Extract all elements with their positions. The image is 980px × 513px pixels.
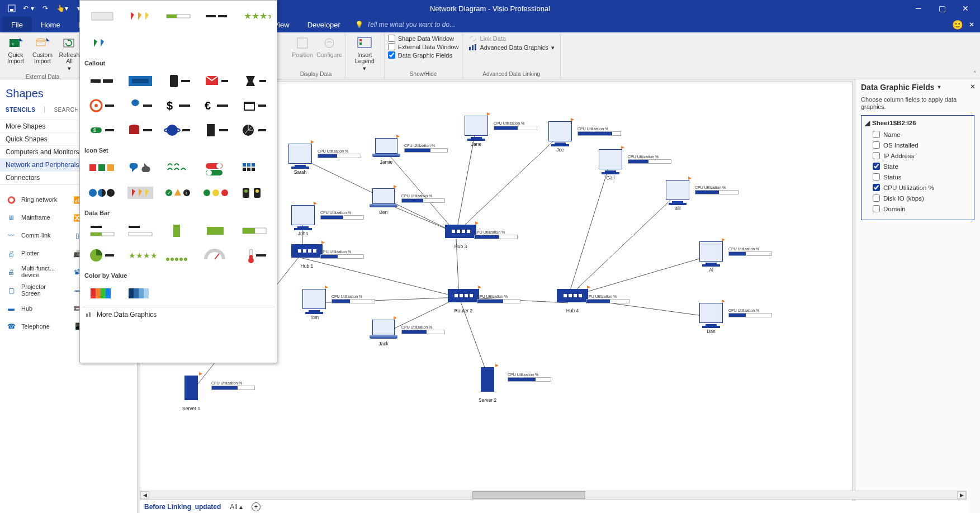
gallery-item[interactable] [235,93,273,118]
qat-undo[interactable]: ↶ ▾ [21,1,36,16]
gallery-item[interactable] [197,118,235,142]
insert-legend-button[interactable]: Insert Legend▾ [352,34,377,73]
gallery-item[interactable] [121,156,159,180]
node-jamie[interactable]: JamieCPU Utilization % [375,138,397,165]
node-ben[interactable]: BenCPU Utilization % [372,188,395,215]
stencil-ring-network[interactable]: ⭕Ring network [2,191,68,209]
gallery-item[interactable] [83,31,121,55]
node-hub-1[interactable]: Hub 1CPU Utilization % [291,244,323,269]
gallery-item[interactable] [121,180,159,205]
gallery-item[interactable] [121,218,159,243]
advanced-data-graphics-button[interactable]: Advanced Data Graphics▾ [466,43,557,52]
stencil-plotter[interactable]: 🖨Plotter [2,245,68,263]
field-cpu-utilization-[interactable]: CPU Utilization % [865,182,970,193]
gallery-item[interactable] [197,4,235,28]
link-data-button[interactable]: Link Data [466,34,508,43]
gallery-item[interactable] [121,118,159,142]
gallery-item[interactable] [83,156,121,180]
stencil-mainframe[interactable]: 🖥Mainframe [2,209,68,227]
custom-import-button[interactable]: Custom Import [30,34,55,65]
gallery-item[interactable] [121,281,159,306]
scroll-right[interactable]: ▶ [957,491,966,499]
scroll-left[interactable]: ◀ [140,491,149,499]
field-name[interactable]: Name [865,129,970,140]
node-tom[interactable]: TomCPU Utilization % [302,289,326,320]
stencil-telephone[interactable]: ☎Telephone [2,317,68,335]
gallery-item[interactable] [197,218,235,243]
add-page-button[interactable]: + [252,502,261,511]
configure-button[interactable]: Configure [317,34,342,59]
node-joe[interactable]: JoeCPU Utilization % [548,121,572,153]
node-server-2[interactable]: Server 2CPU Utilization % [479,367,496,403]
tab-file[interactable]: File [2,17,32,32]
gallery-item[interactable] [197,243,235,268]
gallery-item[interactable] [235,118,273,142]
gallery-item[interactable] [159,118,197,142]
stencils-tab[interactable]: STENCILS [6,107,35,113]
gallery-item[interactable] [235,156,273,180]
gallery-item[interactable] [83,218,121,243]
quick-import-button[interactable]: xQuick Import [3,34,28,65]
minimize-button[interactable]: ─ [907,0,930,17]
chk-shape-data-window[interactable]: Shape Data Window [388,34,454,42]
tab-home[interactable]: Home [32,17,69,32]
node-router-2[interactable]: Router 2CPU Utilization % [448,289,479,314]
node-dan[interactable]: DanCPU Utilization % [699,303,723,334]
scroll-track[interactable] [149,491,957,499]
tell-me-search[interactable]: 💡 Tell me what you want to do... [349,17,952,32]
stencil-comm-link[interactable]: 〰Comm-link [2,227,68,245]
node-jane[interactable]: JaneCPU Utilization % [465,116,488,147]
node-jack[interactable]: JackCPU Utilization % [372,320,395,346]
all-pages[interactable]: All ▴ [230,503,243,511]
pane-close[interactable]: ✕ [970,83,976,91]
maximize-button[interactable]: ▢ [931,0,953,17]
gallery-item[interactable] [159,156,197,180]
horizontal-scrollbar[interactable]: ◀ ▶ [140,491,967,500]
gallery-item[interactable]: $ [159,93,197,118]
gallery-item[interactable] [121,69,159,93]
chk-external-data-window[interactable]: External Data Window [388,42,459,51]
gallery-item[interactable] [235,218,273,243]
gallery-item[interactable]: € [197,93,235,118]
sheet-expander[interactable]: ◢ Sheet1$B2:I26 [865,118,970,129]
gallery-item[interactable]: ✓i [159,180,197,205]
tab-developer[interactable]: Developer [299,17,349,32]
gallery-item[interactable] [197,180,235,205]
qat-save[interactable] [4,1,19,16]
close-button[interactable]: ✕ [954,0,977,17]
gallery-item[interactable] [121,4,159,28]
field-ip-address[interactable]: IP Address [865,150,970,161]
gallery-item[interactable] [159,243,197,268]
collapse-ribbon[interactable]: ˄ [973,70,977,78]
gallery-item[interactable] [121,93,159,118]
node-hub-3[interactable]: Hub 3CPU Utilization % [445,225,476,249]
stencil-multi-funct-device[interactable]: 🖨Multi-funct... device [2,263,68,281]
gallery-item[interactable] [83,69,121,93]
refresh-all-button[interactable]: Refresh All▾ [57,34,82,73]
smiley-icon[interactable]: 🙂 [952,20,963,30]
field-disk-io-kbps-[interactable]: Disk IO (kbps) [865,193,970,203]
field-os-installed[interactable]: OS Installed [865,140,970,150]
node-bill[interactable]: BillCPU Utilization % [666,180,689,211]
gallery-item[interactable]: ★★★★ [235,4,273,28]
node-hub-4[interactable]: Hub 4CPU Utilization % [557,289,588,314]
gallery-item[interactable]: ★★★★ [121,243,159,268]
close-ribbon-help[interactable]: ✕ [969,21,974,28]
position-button[interactable]: Position [290,34,315,59]
qat-redo[interactable]: ↷ [38,1,53,16]
gallery-item[interactable] [197,156,235,180]
field-status[interactable]: Status [865,172,970,182]
gallery-item[interactable] [83,4,121,28]
gallery-item[interactable] [83,243,121,268]
node-gail[interactable]: GailCPU Utilization % [599,149,622,180]
field-domain[interactable]: Domain [865,203,970,214]
field-state[interactable]: State [865,161,970,172]
node-server-1[interactable]: Server 1CPU Utilization % [182,376,200,411]
chk-data-graphic-fields[interactable]: Data Graphic Fields [388,51,452,59]
node-al[interactable]: AlCPU Utilization % [699,241,723,273]
gallery-item[interactable] [235,180,273,205]
gallery-item[interactable] [83,281,121,306]
gallery-item[interactable] [159,69,197,93]
gallery-item[interactable] [235,243,273,268]
gallery-item[interactable] [235,69,273,93]
